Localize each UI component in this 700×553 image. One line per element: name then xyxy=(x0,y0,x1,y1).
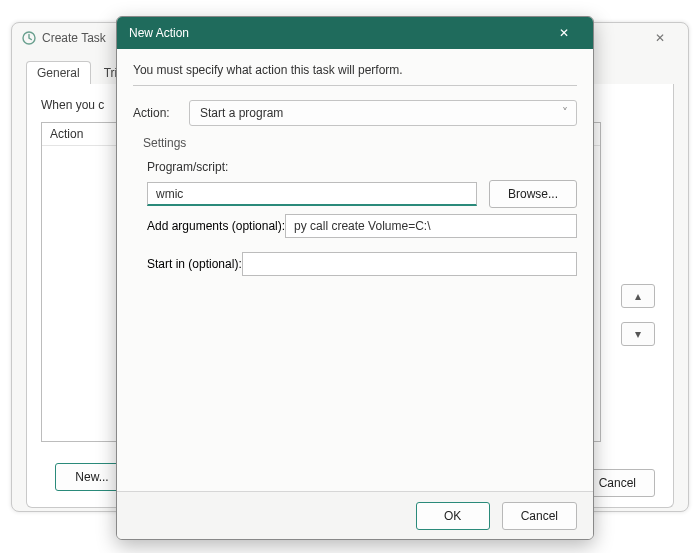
divider xyxy=(133,85,577,86)
startin-label: Start in (optional): xyxy=(147,257,242,271)
arguments-input[interactable] xyxy=(285,214,577,238)
modal-title: New Action xyxy=(129,26,189,40)
clock-icon xyxy=(22,31,36,45)
chevron-up-icon: ▴ xyxy=(635,289,641,303)
modal-body: You must specify what action this task w… xyxy=(117,49,593,294)
action-select-value: Start a program xyxy=(200,106,283,120)
startin-field: Start in (optional): xyxy=(147,252,577,276)
arguments-field: Add arguments (optional): xyxy=(147,214,577,238)
action-label: Action: xyxy=(133,106,189,120)
new-action-dialog: New Action ✕ You must specify what actio… xyxy=(116,16,594,540)
action-select[interactable]: Start a program ˅ xyxy=(189,100,577,126)
arguments-label: Add arguments (optional): xyxy=(147,219,285,233)
startin-input[interactable] xyxy=(242,252,577,276)
program-input[interactable] xyxy=(147,182,477,206)
ok-button[interactable]: OK xyxy=(416,502,490,530)
parent-window-title: Create Task xyxy=(42,31,106,45)
move-down-button[interactable]: ▾ xyxy=(621,322,655,346)
move-up-button[interactable]: ▴ xyxy=(621,284,655,308)
modal-titlebar: New Action ✕ xyxy=(117,17,593,49)
browse-button[interactable]: Browse... xyxy=(489,180,577,208)
tab-general[interactable]: General xyxy=(26,61,91,84)
modal-footer: OK Cancel xyxy=(117,491,593,539)
chevron-down-icon: ▾ xyxy=(635,327,641,341)
chevron-down-icon: ˅ xyxy=(562,101,568,125)
modal-close-button[interactable]: ✕ xyxy=(547,20,581,46)
program-label: Program/script: xyxy=(147,160,577,174)
cancel-button[interactable]: Cancel xyxy=(502,502,577,530)
action-row: Action: Start a program ˅ xyxy=(133,100,577,126)
program-field: Program/script: Browse... xyxy=(147,160,577,208)
settings-group-label: Settings xyxy=(133,136,577,150)
close-icon: ✕ xyxy=(655,31,665,45)
close-icon: ✕ xyxy=(559,26,569,40)
reorder-buttons: ▴ ▾ xyxy=(621,284,655,346)
parent-close-button[interactable]: ✕ xyxy=(642,24,678,52)
modal-instruction: You must specify what action this task w… xyxy=(133,63,577,77)
